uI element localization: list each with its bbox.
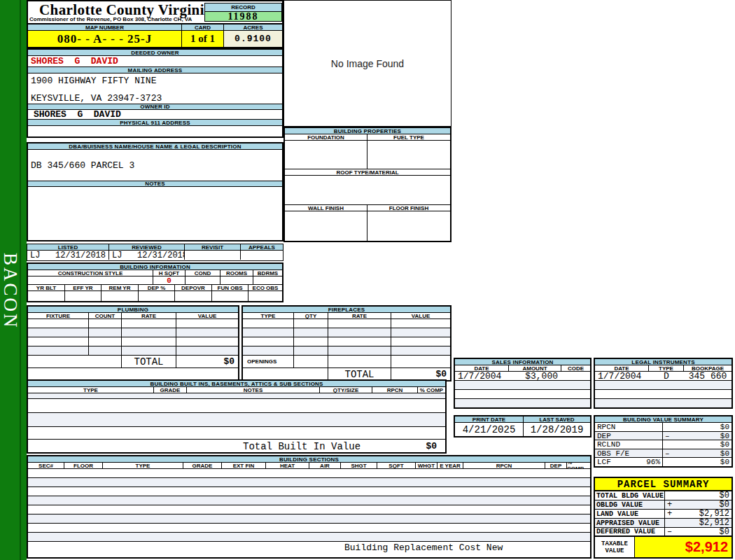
floor-header: FLOOR bbox=[64, 463, 103, 468]
value-header: VALUE bbox=[391, 313, 450, 318]
qty-size-header: QTY/SIZE bbox=[320, 387, 372, 393]
sales-header: SALES INFORMATION bbox=[455, 359, 590, 365]
table-row bbox=[595, 381, 732, 390]
notes-area bbox=[28, 187, 282, 240]
lcf-label: LCF bbox=[597, 458, 611, 466]
table-row bbox=[28, 368, 238, 380]
listed-header: LISTED bbox=[27, 244, 109, 250]
building-properties-header: BUILDING PROPERTIES bbox=[285, 128, 450, 134]
type-header: TYPE bbox=[28, 387, 154, 393]
summary-row: RPCN $0 bbox=[595, 423, 732, 432]
rpcn-value: $0 bbox=[720, 423, 729, 431]
parcel-summary-box: PARCEL SUMMARY TOTAL BLDG VALUE $0 OBLDG… bbox=[594, 477, 733, 559]
built-ins-total-value: $0 bbox=[426, 441, 437, 451]
table-row bbox=[455, 399, 590, 407]
table-row bbox=[28, 413, 445, 427]
print-date-value: 4/21/2025 bbox=[455, 423, 524, 436]
op-sign: + bbox=[667, 510, 672, 518]
obldg-value: $0 bbox=[720, 500, 729, 509]
property-photo-placeholder: No Image Found bbox=[284, 0, 451, 127]
card-value: 1 of 1 bbox=[182, 31, 224, 47]
building-sections-header: BUILDING SECTIONS bbox=[28, 456, 590, 463]
dep-pct-header: DEP % bbox=[139, 285, 175, 290]
fireplaces-total-label: TOTAL bbox=[328, 368, 391, 380]
fireplaces-total-row: TOTAL $0 bbox=[243, 368, 450, 380]
foundation-header: FOUNDATION bbox=[285, 134, 368, 140]
fixture-header: FIXTURE bbox=[28, 313, 89, 318]
rooms-value bbox=[220, 276, 253, 284]
table-row bbox=[28, 346, 238, 356]
depovr-header: DEPOVR bbox=[175, 285, 212, 290]
sidebar: BACON bbox=[0, 0, 27, 560]
owner-id-header: OWNER ID bbox=[28, 104, 282, 110]
built-ins-total-label: Total Built In Value bbox=[243, 441, 360, 452]
legal-instrument-row: 1/7/2004 D 345 660 bbox=[595, 372, 732, 381]
owner-id-value: SHORES G DAVID bbox=[28, 110, 121, 119]
card-header: CARD bbox=[182, 24, 224, 30]
table-row bbox=[243, 346, 450, 356]
mailing-address-header: MAILING ADDRESS bbox=[28, 67, 282, 74]
notes-header: NOTES bbox=[187, 387, 320, 393]
rate-header: RATE bbox=[328, 313, 391, 318]
wall-finish-value bbox=[285, 211, 368, 241]
map-number-value: 080- - A- - - 25-J bbox=[28, 31, 182, 47]
rooms-header: ROOMS bbox=[220, 270, 253, 276]
owner-box: DEEDED OWNER SHORES G DAVID MAILING ADDR… bbox=[27, 48, 284, 138]
mailing-address-line2: KEYSVILLE, VA 23947-3723 bbox=[31, 93, 162, 104]
type-header: TYPE bbox=[649, 365, 684, 371]
air-header: AIR bbox=[309, 463, 341, 468]
record-value: 11988 bbox=[205, 12, 281, 21]
empty-cell bbox=[102, 291, 139, 301]
code-header: CODE bbox=[561, 365, 590, 371]
legal-description-value: DB 345/660 PARCEL 3 bbox=[31, 160, 134, 171]
last-saved-header: LAST SAVED bbox=[524, 416, 590, 422]
qty-header: QTY bbox=[294, 313, 328, 318]
empty-cell bbox=[248, 291, 282, 301]
eyear-header: E YEAR bbox=[438, 463, 463, 468]
lcf-value: $0 bbox=[720, 458, 729, 466]
op-sign: + bbox=[667, 500, 672, 509]
acres-header: ACRES bbox=[224, 24, 282, 30]
floor-finish-value bbox=[368, 211, 450, 241]
legal-description-area: DB 345/660 PARCEL 3 bbox=[28, 150, 282, 181]
sale-amount: $3,000 bbox=[509, 372, 561, 380]
empty-cell bbox=[139, 291, 175, 301]
rpcn-header: RPCN bbox=[463, 463, 545, 468]
ecoobs-header: ECO OBS bbox=[248, 285, 282, 290]
land-value: $2,912 bbox=[699, 510, 729, 518]
acres-value: 0.9100 bbox=[224, 31, 282, 47]
parcel-row: APPRAISED VALUE $2,912 bbox=[595, 519, 732, 528]
physical-address-header: PHYSICAL 911 ADDRESS bbox=[28, 120, 282, 126]
empty-cell bbox=[175, 291, 212, 301]
hsqft-header: H SQFT bbox=[153, 270, 186, 276]
parcel-row: OBLDG VALUE +$0 bbox=[595, 500, 732, 510]
fuel-type-header: FUEL TYPE bbox=[368, 134, 450, 140]
print-date-header: PRINT DATE bbox=[455, 416, 524, 422]
empty-cell bbox=[212, 291, 248, 301]
deferred-value: $0 bbox=[720, 528, 729, 536]
bdrms-value bbox=[253, 276, 282, 284]
appeals-header: APPEALS bbox=[241, 244, 283, 250]
obs-value: $0 bbox=[720, 449, 729, 457]
heat-header: HEAT bbox=[266, 463, 309, 468]
table-row bbox=[455, 390, 590, 399]
sale-code bbox=[561, 372, 590, 380]
mailing-address-line1: 1900 HIGHWAY FIFTY NINE bbox=[31, 76, 156, 86]
plumbing-total-row: TOTAL $0 bbox=[28, 356, 238, 368]
type-header: TYPE bbox=[103, 463, 183, 468]
deferred-label: DEFERRED VALUE bbox=[595, 528, 665, 536]
op-sign: – bbox=[667, 528, 672, 536]
empty-cell bbox=[28, 291, 65, 301]
rate-header: RATE bbox=[122, 313, 176, 318]
table-row bbox=[455, 381, 590, 390]
summary-row: LCF96% $0 bbox=[595, 458, 732, 466]
replacement-cost-label: Building Replacement Cost New bbox=[344, 542, 503, 553]
table-row bbox=[243, 319, 450, 328]
rpcn-label: RPCN bbox=[597, 423, 615, 431]
table-row bbox=[28, 505, 590, 514]
table-row bbox=[28, 427, 445, 440]
plumbing-header: PLUMBING bbox=[28, 307, 238, 313]
sec-header: SEC# bbox=[28, 463, 64, 468]
grade-header: GRADE bbox=[154, 387, 187, 393]
deeded-owner-header: DEEDED OWNER bbox=[28, 50, 282, 56]
